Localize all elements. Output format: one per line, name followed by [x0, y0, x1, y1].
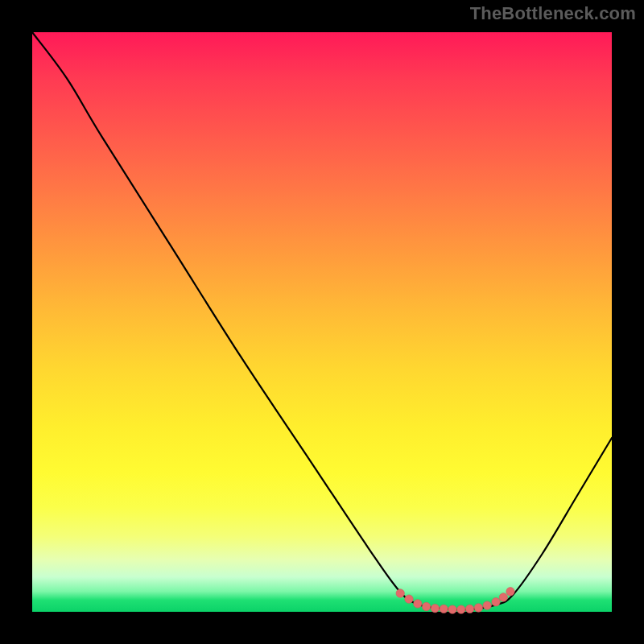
marker-dot — [431, 604, 439, 612]
curve-svg — [32, 32, 612, 612]
chart-container: TheBottleneck.com — [0, 0, 644, 644]
bottleneck-curve — [32, 32, 612, 609]
marker-dot — [440, 605, 448, 613]
marker-dot — [422, 602, 430, 610]
marker-dot — [474, 604, 482, 612]
marker-dot — [414, 600, 422, 608]
marker-dot — [448, 605, 456, 613]
marker-dot — [405, 595, 413, 603]
marker-dot — [499, 593, 507, 601]
plot-gradient-area — [32, 32, 612, 612]
plot-frame — [24, 24, 620, 620]
marker-dot — [483, 601, 491, 609]
watermark-text: TheBottleneck.com — [470, 3, 636, 24]
flat-region-markers — [396, 588, 514, 614]
marker-dot — [465, 605, 473, 613]
marker-dot — [396, 589, 404, 597]
marker-dot — [492, 598, 500, 606]
marker-dot — [457, 605, 465, 613]
marker-dot — [506, 588, 514, 596]
